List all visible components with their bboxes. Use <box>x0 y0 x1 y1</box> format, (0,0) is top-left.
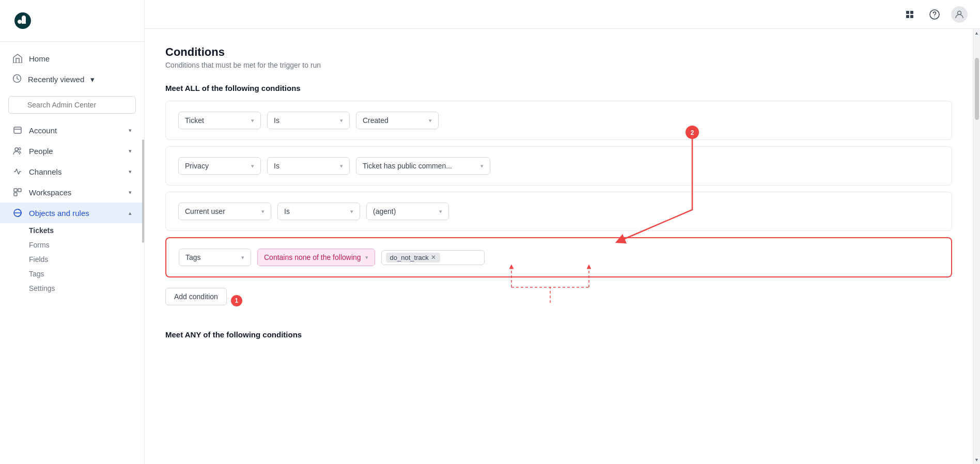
main-content: Conditions Conditions that must be met f… <box>145 0 980 464</box>
sidebar-item-recently-viewed[interactable]: Recently viewed ▾ <box>0 69 144 90</box>
svg-rect-4 <box>14 189 17 192</box>
chevron-down-icon: ▾ <box>429 117 432 124</box>
condition-row-2: Privacy ▾ Is ▾ Ticket has public commen.… <box>165 146 952 185</box>
sidebar-navigation: Home Recently viewed ▾ 🔍 Account ▾ <box>0 42 144 464</box>
page-content: Conditions Conditions that must be met f… <box>145 29 973 464</box>
sidebar-item-objects-and-rules[interactable]: Objects and rules ▴ <box>0 203 144 223</box>
sidebar-item-objects-and-rules-label: Objects and rules <box>29 209 89 218</box>
condition-2-value-select[interactable]: Ticket has public commen... ▾ <box>356 157 490 175</box>
subnav-item-fields[interactable]: Fields <box>29 252 144 267</box>
svg-rect-5 <box>18 189 21 192</box>
right-scrollbar[interactable]: ▲ ▼ <box>973 29 980 464</box>
subnav-item-settings[interactable]: Settings <box>29 281 144 296</box>
sidebar-item-account[interactable]: Account ▾ <box>0 120 144 141</box>
help-icon <box>929 9 940 20</box>
scroll-down-arrow[interactable]: ▼ <box>973 456 980 464</box>
condition-4-field-select[interactable]: Tags ▾ <box>179 249 251 266</box>
sidebar: Home Recently viewed ▾ 🔍 Account ▾ <box>0 0 145 464</box>
search-container: 🔍 <box>0 92 144 118</box>
subnav-item-tickets[interactable]: Tickets <box>29 223 144 238</box>
sidebar-scrollbar <box>141 0 144 464</box>
sidebar-item-account-label: Account <box>29 126 57 135</box>
clock-icon <box>12 74 22 85</box>
chevron-down-icon: ▾ <box>480 163 484 169</box>
svg-rect-9 <box>906 15 909 18</box>
svg-rect-6 <box>14 193 17 196</box>
sidebar-scroll-thumb <box>142 140 144 243</box>
search-input[interactable] <box>8 96 136 114</box>
zendesk-logo-icon <box>12 10 33 31</box>
sidebar-item-home[interactable]: Home <box>0 48 144 69</box>
sidebar-item-workspaces-label: Workspaces <box>29 188 71 197</box>
chevron-down-icon: ▾ <box>251 163 254 169</box>
channels-icon <box>12 166 23 177</box>
svg-point-2 <box>15 148 18 151</box>
add-condition-button[interactable]: Add condition <box>165 288 227 305</box>
condition-row-2-inner: Privacy ▾ Is ▾ Ticket has public commen.… <box>178 157 939 175</box>
condition-3-value-select[interactable]: (agent) ▾ <box>366 203 449 220</box>
condition-row-4: Tags ▾ Contains none of the following ▾ … <box>165 237 952 277</box>
page-subtitle: Conditions that must be met for the trig… <box>165 61 952 69</box>
tag-remove-button[interactable]: ✕ <box>431 254 436 261</box>
home-icon <box>12 53 23 64</box>
condition-3-operator-select[interactable]: Is ▾ <box>277 203 360 220</box>
scroll-up-arrow[interactable]: ▲ <box>973 29 980 37</box>
condition-row-4-inner: Tags ▾ Contains none of the following ▾ … <box>179 249 939 266</box>
chevron-down-icon: ▾ <box>340 163 343 169</box>
account-icon <box>12 125 23 135</box>
workspaces-icon <box>12 187 23 197</box>
sidebar-item-workspaces[interactable]: Workspaces ▾ <box>0 182 144 203</box>
condition-2-operator-select[interactable]: Is ▾ <box>267 157 350 175</box>
condition-1-operator-select[interactable]: Is ▾ <box>267 112 350 129</box>
sidebar-item-recently-viewed-label: Recently viewed <box>28 75 84 84</box>
chevron-down-icon: ▾ <box>129 148 132 154</box>
chevron-down-icon: ▾ <box>365 254 368 261</box>
page-title: Conditions <box>165 45 952 59</box>
top-bar <box>145 0 980 29</box>
condition-2-field-select[interactable]: Privacy ▾ <box>178 157 261 175</box>
tag-chip-do-not-track: do_not_track ✕ <box>386 253 440 262</box>
section-any-title: Meet ANY of the following conditions <box>165 330 952 339</box>
help-icon-button[interactable] <box>926 6 943 23</box>
svg-rect-7 <box>906 11 909 14</box>
user-avatar[interactable] <box>951 6 968 23</box>
subnav-item-tags[interactable]: Tags <box>29 267 144 281</box>
sidebar-item-people-label: People <box>29 147 53 156</box>
condition-row-3: Current user ▾ Is ▾ (agent) ▾ <box>165 192 952 231</box>
sidebar-item-channels[interactable]: Channels ▾ <box>0 161 144 182</box>
user-icon <box>955 10 964 19</box>
condition-4-operator-select[interactable]: Contains none of the following ▾ <box>257 249 375 266</box>
chevron-down-icon: ▾ <box>350 208 353 215</box>
sidebar-item-channels-label: Channels <box>29 167 61 176</box>
sidebar-item-people[interactable]: People ▾ <box>0 141 144 161</box>
sub-navigation: Tickets Forms Fields Tags Settings <box>0 223 144 296</box>
chevron-down-icon: ▾ <box>251 117 254 124</box>
chevron-up-icon: ▴ <box>129 210 132 216</box>
chevron-down-icon: ▾ <box>129 127 132 134</box>
chevron-down-icon: ▾ <box>340 117 343 124</box>
badge-1: 1 <box>231 295 242 306</box>
condition-row-3-inner: Current user ▾ Is ▾ (agent) ▾ <box>178 203 939 220</box>
sidebar-logo <box>0 0 144 42</box>
chevron-down-icon: ▾ <box>129 189 132 196</box>
search-wrapper: 🔍 <box>8 96 136 114</box>
objects-and-rules-icon <box>12 208 23 218</box>
grid-icon <box>905 10 914 19</box>
people-icon <box>12 146 23 156</box>
condition-row-1: Ticket ▾ Is ▾ Created ▾ <box>165 101 952 140</box>
svg-point-12 <box>934 17 935 18</box>
condition-3-field-select[interactable]: Current user ▾ <box>178 203 271 220</box>
svg-rect-10 <box>910 15 913 18</box>
condition-1-field-select[interactable]: Ticket ▾ <box>178 112 261 129</box>
chevron-down-icon: ▾ <box>90 75 95 84</box>
chevron-down-icon: ▾ <box>439 208 442 215</box>
condition-1-value-select[interactable]: Created ▾ <box>356 112 439 129</box>
chevron-down-icon: ▾ <box>129 168 132 175</box>
condition-4-value-input[interactable]: do_not_track ✕ <box>381 250 485 265</box>
svg-rect-1 <box>14 127 21 133</box>
scroll-thumb[interactable] <box>975 58 979 120</box>
grid-icon-button[interactable] <box>901 6 918 23</box>
sidebar-item-home-label: Home <box>29 54 50 63</box>
svg-rect-8 <box>910 11 913 14</box>
subnav-item-forms[interactable]: Forms <box>29 238 144 252</box>
